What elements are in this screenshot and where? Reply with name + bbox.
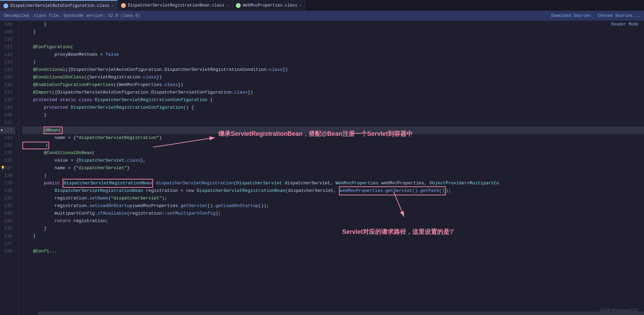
gutter-117: 117 [0,89,15,96]
code-line-113: ) [22,58,644,66]
editor-container: 108 109 110 111 112 113 114 115 116 117 … [0,21,644,315]
gutter-136: 136 [0,232,15,240]
tab-bar: DispatcherServletAutoConfiguration.class… [0,0,644,11]
gutter-127: 💡 127 [0,164,15,172]
gutter-119: 119 [0,104,15,111]
gutter-111: 111 [0,43,15,51]
tab-webmvc[interactable]: WebMvcProperties.class ✕ [232,0,305,11]
gutter-114: 114 [0,66,15,74]
gutter-109: 109 [0,28,15,36]
tab-label-1: DispatcherServletAutoConfiguration.class [10,3,109,8]
gutter-122: ◆ 122 [0,127,15,134]
horizontal-scrollbar[interactable] [38,312,644,315]
gutter-115: 115 [0,74,15,81]
code-line-132: registration.setLoadOnStartup(webMvcProp… [22,202,644,210]
gutter-138: 138 [0,248,15,255]
tab-close-3[interactable]: ✕ [299,3,302,8]
tab-icon-3 [236,3,241,8]
code-line-120: } [22,111,644,119]
code-line-114: @Conditional({DispatcherServletAutoConfi… [22,66,644,74]
line-number-gutter: 108 109 110 111 112 113 114 115 116 117 … [0,21,19,315]
code-line-136: } [22,232,644,240]
gutter-128: 128 [0,172,15,180]
gutter-116: 116 [0,81,15,89]
code-line-108: } [22,21,644,28]
gutter-113: 113 [0,58,15,66]
code-line-125: @ConditionalOnBean( [22,149,644,157]
code-line-134: return registration; [22,217,644,225]
tab-close-1[interactable]: ✕ [111,3,114,8]
code-line-110 [22,36,644,43]
code-line-116: @EnableConfigurationProperties({WebMvcPr… [22,81,644,89]
code-line-137 [22,240,644,248]
code-editor[interactable]: Reader Mode } } @Configuration( proxyBe [19,21,644,315]
code-line-122: @Bean( [22,127,644,134]
gutter-123: 123 [0,134,15,142]
tab-label-2: DispatcherServletRegistrationBean.class [128,3,225,8]
download-sources-link[interactable]: Download Sources [551,13,591,18]
code-line-129: public DispatcherServletRegistrationBean… [22,180,644,187]
code-line-131: registration.setName("dispatcherServlet"… [22,195,644,202]
bean-icon: ◆ [1,127,3,134]
code-line-133: multipartConfig.ifAvailable(registration… [22,210,644,217]
code-content: } } @Configuration( proxyBeanMethods = f… [22,21,644,255]
code-line-138: @Confi... [22,248,644,255]
code-line-126: value = {DispatcherServlet.class}, [22,157,644,164]
code-line-112: proxyBeanMethods = false [22,51,644,58]
code-line-135: } [22,225,644,232]
code-line-115: @ConditionalOnClass({ServletRegistration… [22,74,644,81]
info-bar-actions: Download Sources Choose Sources... [551,13,640,18]
code-line-109: } [22,28,644,36]
tab-dispatcher-bean[interactable]: DispatcherServletRegistrationBean.class … [118,0,232,11]
gutter-108: 108 [0,21,15,28]
gutter-130: 130 [0,187,15,195]
tab-icon-1 [3,3,8,8]
tab-icon-2 [121,3,126,8]
gutter-118: 118 [0,96,15,104]
tab-label-3: WebMvcProperties.class [243,3,297,8]
gutter-125: 125 [0,149,15,157]
gutter-124: 124 [0,142,15,149]
gutter-110: 110 [0,36,15,43]
code-line-124: ) [22,142,644,149]
code-line-119: protected DispatcherServletRegistrationC… [22,104,644,111]
choose-sources-link[interactable]: Choose Sources... [598,13,640,18]
gutter-129: 129 [0,180,15,187]
bulb-icon: 💡 [1,164,5,172]
code-line-111: @Configuration( [22,43,644,51]
gutter-112: 112 [0,51,15,58]
code-line-123: name = {"dispatcherServletRegistration"} [22,134,644,142]
code-line-117: @Import({DispatcherServletAutoConfigurat… [22,89,644,96]
tab-close-2[interactable]: ✕ [227,3,229,8]
gutter-134: 134 [0,217,15,225]
gutter-135: 135 [0,225,15,232]
gutter-133: 133 [0,210,15,217]
code-line-118: protected static class DispatcherServlet… [22,96,644,104]
code-line-130: DispatcherServletRegistrationBean regist… [22,187,644,195]
gutter-126: 126 [0,157,15,164]
gutter-121: 121 [0,119,15,127]
info-bar-text: Decompiled .class file, bytecode version… [4,13,140,18]
tab-dispatcher-auto[interactable]: DispatcherServletAutoConfiguration.class… [0,0,118,11]
code-line-128: ) [22,172,644,180]
code-line-127: name = {"dispatcherServlet"} [22,164,644,172]
gutter-132: 132 [0,202,15,210]
gutter-131: 131 [0,195,15,202]
gutter-137: 137 [0,240,15,248]
code-line-121 [22,119,644,127]
gutter-120: 120 [0,111,15,119]
info-bar: Decompiled .class file, bytecode version… [0,11,644,21]
